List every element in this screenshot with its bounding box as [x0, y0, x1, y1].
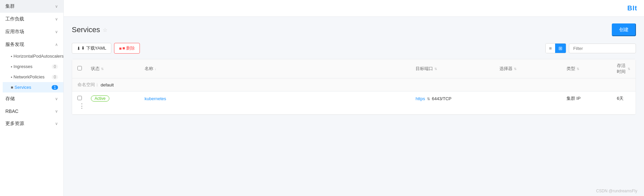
doc-icon: ▪	[11, 54, 12, 59]
row-more-cell: ⋮	[77, 102, 91, 110]
chevron-down-icon: ∨	[55, 121, 58, 126]
sort-icon: ⇅	[514, 67, 517, 71]
chevron-down-icon: ∨	[55, 96, 58, 101]
chevron-down-icon: ∨	[55, 17, 58, 21]
list-view-button[interactable]: ≡	[546, 44, 555, 53]
sidebar-item-services[interactable]: ■Services 1	[3, 82, 63, 92]
toolbar-right: ≡ ⊞	[545, 43, 636, 53]
page-title-wrap: Services ☆	[72, 25, 107, 34]
sidebar-group-label: RBAC	[5, 109, 18, 114]
networkpolicies-badge: 0	[52, 75, 58, 79]
namespace-value: default	[101, 82, 114, 87]
row-port-cell: https ⇅ 6443/TCP	[416, 96, 499, 101]
col-status: 状态 ⇅	[91, 66, 145, 72]
select-all-checkbox-cell	[77, 66, 91, 71]
age-value: 6天	[617, 96, 624, 101]
sidebar-item-networkpolicies[interactable]: ▪NetworkPolicies 0	[3, 72, 63, 82]
table-header: 状态 ⇅ 名称 ↓ 目标端口 ⇅ 选择器 ⇅ 类型 ⇅	[72, 59, 636, 78]
sidebar-group-label: 服务发现	[5, 42, 24, 48]
grid-view-button[interactable]: ⊞	[555, 44, 566, 53]
doc-icon: ▪	[11, 64, 12, 69]
create-button[interactable]: 创建	[612, 23, 636, 36]
sort-icon: ⇅	[434, 67, 437, 71]
sidebar-item-service-discovery[interactable]: 服务发现 ∧	[0, 38, 63, 51]
row-checkbox-cell	[77, 96, 91, 101]
watermark: CSDN @rundreamsFly	[596, 189, 637, 193]
doc-icon: ■	[11, 85, 13, 90]
app-logo: BIt	[627, 4, 637, 12]
status-badge: Active	[91, 95, 109, 102]
content-area: Services ☆ 创建 ⬇ ⬇ 下载YAML ■ ■ 删除 ≡	[64, 17, 644, 186]
sort-icon: ⇅	[628, 67, 630, 71]
sidebar-item-hpa[interactable]: ▪HorizontalPodAutoscalers 0	[3, 51, 63, 61]
col-name: 名称 ↓	[145, 66, 416, 72]
services-table: 状态 ⇅ 名称 ↓ 目标端口 ⇅ 选择器 ⇅ 类型 ⇅	[72, 59, 636, 115]
page-header: Services ☆ 创建	[72, 23, 636, 36]
delete-icon: ■	[119, 46, 122, 51]
namespace-row: 命名空间： default	[72, 78, 636, 91]
sidebar: 集群 ∨ 工作负载 ∨ 应用市场 ∨ 服务发现 ∧ ▪HorizontalPod…	[0, 0, 64, 196]
col-target-port: 目标端口 ⇅	[416, 66, 499, 72]
star-icon[interactable]: ☆	[103, 27, 107, 33]
sidebar-group-label: 更多资源	[5, 121, 24, 127]
port-detail: 6443/TCP	[432, 96, 451, 101]
type-value: 集群 IP	[567, 96, 581, 101]
col-type: 类型 ⇅	[567, 66, 617, 72]
download-icon: ⬇	[77, 46, 80, 51]
col-age: 存活时间 ⇅	[617, 63, 630, 75]
sidebar-item-ingresses[interactable]: ▪Ingresses 0	[3, 61, 63, 72]
row-checkbox[interactable]	[77, 96, 82, 100]
more-actions-button[interactable]: ⋮	[77, 102, 86, 110]
list-icon: ≡	[549, 46, 552, 51]
topbar: BIt	[64, 0, 644, 17]
chevron-up-icon: ∧	[55, 42, 58, 47]
delete-label: ■ 删除	[122, 45, 135, 51]
sidebar-item-storage[interactable]: 存储 ∨	[0, 92, 63, 105]
sidebar-group-label: 集群	[5, 3, 15, 9]
doc-icon: ▪	[11, 75, 12, 79]
download-yaml-label: ⬇ 下载YAML	[81, 45, 106, 51]
sidebar-item-cluster[interactable]: 集群 ∨	[0, 0, 63, 13]
chevron-down-icon: ∨	[55, 109, 58, 114]
filter-input[interactable]	[569, 44, 636, 53]
sort-icon: ⇅	[101, 67, 104, 71]
select-all-checkbox[interactable]	[77, 66, 82, 70]
toolbar: ⬇ ⬇ 下载YAML ■ ■ 删除 ≡ ⊞	[72, 43, 636, 54]
chevron-down-icon: ∨	[55, 4, 58, 9]
grid-icon: ⊞	[558, 46, 562, 51]
namespace-label: 命名空间：	[77, 82, 99, 88]
main-content: BIt Services ☆ 创建 ⬇ ⬇ 下载YAML ■ ■ 删除	[64, 0, 644, 196]
row-status-cell: Active	[91, 95, 145, 102]
sidebar-item-appmarket[interactable]: 应用市场 ∨	[0, 25, 63, 38]
chevron-down-icon: ∨	[55, 29, 58, 34]
row-type-cell: 集群 IP	[567, 95, 617, 102]
sidebar-item-workload[interactable]: 工作负载 ∨	[0, 13, 63, 25]
ingresses-badge: 0	[52, 64, 58, 69]
sidebar-group-label: 工作负载	[5, 16, 24, 22]
page-title: Services	[72, 25, 100, 34]
col-selector: 选择器 ⇅	[499, 66, 567, 72]
delete-button[interactable]: ■ ■ 删除	[114, 43, 140, 54]
sidebar-item-rbac[interactable]: RBAC ∨	[0, 105, 63, 117]
view-toggle: ≡ ⊞	[545, 43, 566, 53]
sidebar-group-label: 存储	[5, 96, 15, 102]
download-yaml-button[interactable]: ⬇ ⬇ 下载YAML	[72, 43, 111, 54]
row-age-cell: 6天	[617, 95, 630, 102]
toolbar-left: ⬇ ⬇ 下载YAML ■ ■ 删除	[72, 43, 140, 54]
sort-icon: ⇅	[577, 67, 579, 71]
sidebar-group-label: 应用市场	[5, 29, 24, 35]
sidebar-item-more-resources[interactable]: 更多资源 ∨	[0, 117, 63, 130]
port-icon: ⇅	[427, 97, 430, 101]
row-name-cell: kubernetes	[145, 96, 416, 101]
services-badge: 1	[52, 85, 58, 90]
port-protocol-link[interactable]: https	[416, 96, 425, 101]
footer: CSDN @rundreamsFly	[64, 186, 644, 196]
table-row: Active kubernetes https ⇅ 6443/TCP 集群 IP	[72, 91, 636, 115]
sidebar-sub-service-discovery: ▪HorizontalPodAutoscalers 0 ▪Ingresses 0…	[0, 51, 63, 92]
service-name-link[interactable]: kubernetes	[145, 96, 166, 101]
sort-icon: ↓	[155, 67, 156, 71]
